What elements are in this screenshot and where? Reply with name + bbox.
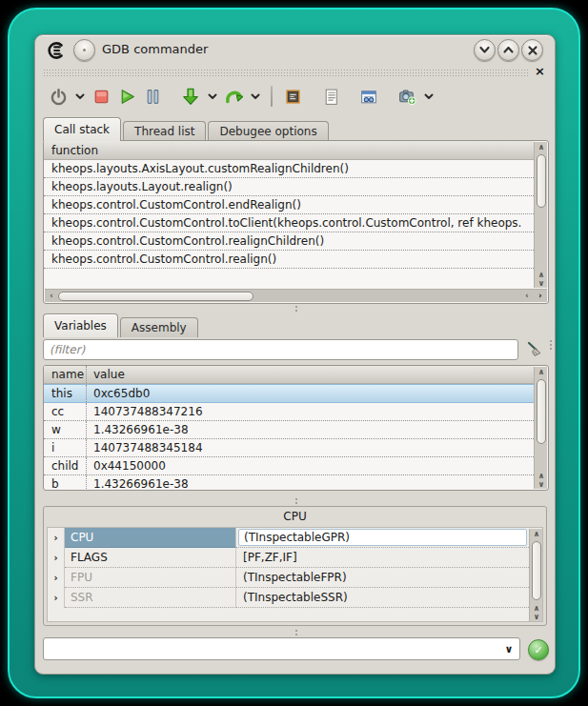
tab-variables[interactable]: Variables xyxy=(43,313,118,337)
toolbar-separator xyxy=(271,86,273,107)
callstack-column-header[interactable]: function xyxy=(44,141,534,160)
callstack-row[interactable]: kheops.control.CustomControl.endRealign(… xyxy=(44,196,534,214)
expander-icon[interactable]: › xyxy=(48,568,65,588)
variables-vertical-scrollbar[interactable]: ∧ ∧ ∨ xyxy=(534,367,547,489)
variable-name: i xyxy=(44,439,86,456)
scroll-up-icon[interactable]: ∧ xyxy=(535,271,548,279)
snapshot-menu-button[interactable] xyxy=(421,84,436,109)
callstack-vertical-scrollbar[interactable]: ∧ ∧ ∨ xyxy=(534,142,547,288)
callstack-row[interactable]: kheops.control.CustomControl.realign() xyxy=(44,251,534,269)
scrollbar-thumb[interactable] xyxy=(532,541,541,600)
scroll-up-icon[interactable]: ∧ xyxy=(530,529,543,540)
scrollbar-thumb[interactable] xyxy=(537,154,546,208)
chevron-down-icon xyxy=(478,44,491,56)
cpu-chip-icon xyxy=(284,88,302,106)
close-window-button[interactable] xyxy=(521,39,543,61)
variable-row[interactable]: child 0x44150000 xyxy=(44,457,534,475)
scrollbar-thumb[interactable] xyxy=(58,292,253,301)
chevron-down-icon xyxy=(251,93,260,100)
variable-name: w xyxy=(44,421,86,438)
scroll-up-icon[interactable]: ∧ xyxy=(535,367,548,378)
name-column-header[interactable]: name xyxy=(44,366,86,383)
splitter-grip[interactable] xyxy=(295,306,297,312)
scroll-left-icon[interactable]: ‹ xyxy=(520,291,534,302)
step-over-button[interactable] xyxy=(222,84,245,109)
step-menu-button[interactable] xyxy=(205,84,219,109)
scroll-up-icon[interactable]: ∧ xyxy=(530,604,543,613)
titlebar[interactable]: GDB commander xyxy=(35,35,555,64)
combobox-dropdown-icon[interactable]: ∨ xyxy=(498,643,519,656)
scroll-down-icon[interactable]: ∨ xyxy=(535,480,548,489)
callstack-horizontal-scrollbar[interactable]: ‹ ‹ › xyxy=(45,289,547,302)
send-command-button[interactable]: ✓ xyxy=(528,639,549,660)
variables-column-header[interactable]: name value xyxy=(44,366,534,384)
callstack-row[interactable]: kheops.layouts.AxisLayout.customRealignC… xyxy=(44,160,534,178)
pause-button[interactable] xyxy=(141,84,164,109)
cpu-register-tree: › CPU (TInspectableGPR) › FLAGS [PF,ZF,I… xyxy=(47,527,543,622)
step-button[interactable] xyxy=(179,84,202,109)
scroll-right-icon[interactable]: › xyxy=(534,291,547,302)
gdb-command-combobox[interactable]: ∨ xyxy=(43,637,520,660)
splitter-grip[interactable] xyxy=(550,340,552,350)
tab-call-stack[interactable]: Call stack xyxy=(43,117,121,141)
clear-filter-button[interactable] xyxy=(523,338,546,361)
shade-button[interactable] xyxy=(474,39,496,61)
tab-thread-list[interactable]: Thread list xyxy=(123,121,206,141)
cpu-vertical-scrollbar[interactable]: ∧ ∧ ∨ xyxy=(529,529,542,621)
callstack-row[interactable]: kheops.layouts.Layout.realign() xyxy=(44,178,534,196)
scroll-up-icon[interactable]: ∧ xyxy=(535,472,548,480)
variable-row[interactable]: w 1.43266961e-38 xyxy=(44,421,534,439)
register-group-value: [PF,ZF,IF] xyxy=(236,548,529,568)
register-group-value: (TInspectableSSR) xyxy=(236,588,529,608)
value-editor[interactable]: (TInspectableGPR) xyxy=(238,529,527,546)
scroll-down-icon[interactable]: ∨ xyxy=(535,279,548,288)
pause-icon xyxy=(144,88,162,106)
scroll-up-icon[interactable]: ∧ xyxy=(535,142,548,153)
filter-input[interactable] xyxy=(43,339,518,360)
window-menu-button[interactable] xyxy=(73,39,95,61)
gdb-command-input[interactable] xyxy=(44,642,498,656)
expander-icon[interactable]: › xyxy=(48,548,65,568)
window-title: GDB commander xyxy=(102,42,208,56)
expander-icon[interactable]: › xyxy=(48,588,65,608)
step-over-menu-button[interactable] xyxy=(248,84,262,109)
cpu-tree-row[interactable]: › FPU (TInspectableFPR) xyxy=(48,568,542,588)
stop-icon xyxy=(92,88,111,106)
callstack-row[interactable]: kheops.control.CustomControl.realignChil… xyxy=(44,232,534,251)
variable-row[interactable]: b 1.43266961e-38 xyxy=(44,475,534,491)
power-menu-button[interactable] xyxy=(72,84,87,109)
stop-button[interactable] xyxy=(90,84,112,109)
callstack-row[interactable]: kheops.control.CustomControl.toClient(kh… xyxy=(44,214,534,232)
variable-name: b xyxy=(44,475,86,491)
output-view-button[interactable] xyxy=(319,84,342,109)
scrollbar-thumb[interactable] xyxy=(537,379,546,444)
cpu-tree-row[interactable]: › CPU (TInspectableGPR) xyxy=(48,528,542,548)
variable-value: 0x44150000 xyxy=(86,457,534,474)
watch-view-button[interactable] xyxy=(357,84,380,109)
power-button[interactable] xyxy=(47,84,70,109)
value-column-header[interactable]: value xyxy=(86,366,534,383)
scroll-down-icon[interactable]: ∨ xyxy=(530,613,543,621)
coedit-logo-icon xyxy=(46,40,67,61)
register-group-label: FPU xyxy=(65,568,236,588)
variable-value: 1.43266961e-38 xyxy=(86,421,534,438)
debug-toolbar xyxy=(47,81,436,111)
snapshot-button[interactable] xyxy=(395,84,418,109)
restore-button[interactable] xyxy=(497,39,519,61)
scroll-left-icon[interactable]: ‹ xyxy=(45,291,58,302)
cpu-inspector-group: CPU › CPU (TInspectableGPR) › FLAGS [PF,… xyxy=(43,506,547,626)
tab-debugee-options[interactable]: Debugee options xyxy=(208,121,328,141)
cpu-view-button[interactable] xyxy=(281,84,304,109)
dock-close-icon[interactable]: × xyxy=(535,64,545,78)
cpu-tree-row[interactable]: › FLAGS [PF,ZF,IF] xyxy=(48,548,542,568)
variable-row[interactable]: i 140737488345184 xyxy=(44,439,534,457)
splitter-grip[interactable] xyxy=(295,498,297,504)
cpu-tree-row[interactable]: › SSR (TInspectableSSR) xyxy=(48,588,542,608)
run-button[interactable] xyxy=(115,84,138,109)
variable-row[interactable]: this 0xc65db0 xyxy=(44,384,534,403)
expander-icon[interactable]: › xyxy=(48,528,65,548)
splitter-grip[interactable] xyxy=(295,630,297,635)
variable-row[interactable]: cc 140737488347216 xyxy=(44,403,534,421)
dock-drag-strip[interactable] xyxy=(43,69,528,76)
tab-assembly[interactable]: Assembly xyxy=(120,317,198,337)
